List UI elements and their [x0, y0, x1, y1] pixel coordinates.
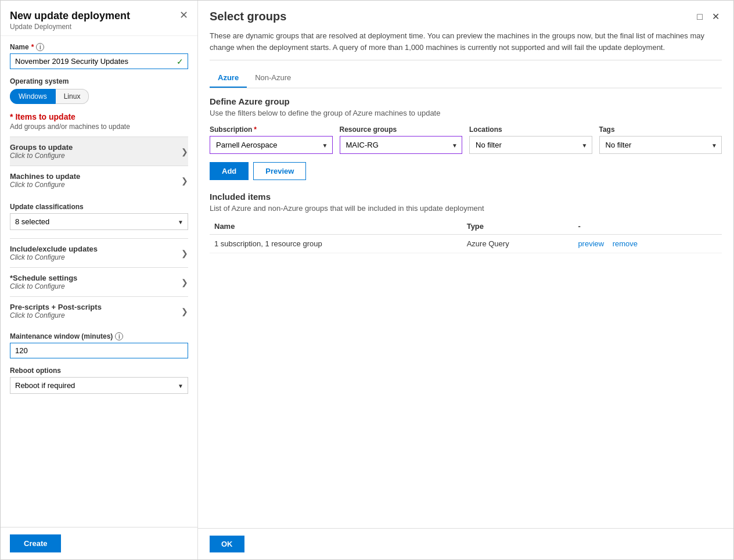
table-row: 1 subscription, 1 resource group Azure Q… [210, 235, 722, 253]
define-title: Define Azure group [210, 96, 722, 106]
ok-button[interactable]: OK [210, 536, 244, 552]
col-dash-header: - [573, 218, 722, 235]
reboot-group: Reboot options Reboot if required Never … [10, 367, 188, 394]
machines-to-update-item[interactable]: Machines to update Click to Configure ❯ [10, 166, 188, 195]
locations-select[interactable]: No filter [469, 136, 592, 154]
resource-groups-select[interactable]: MAIC-RG [340, 136, 463, 154]
items-subtitle: Add groups and/or machines to update [10, 123, 188, 131]
locations-label: Locations [469, 125, 592, 134]
panel-subtitle: Update Deployment [10, 23, 71, 31]
subscription-select[interactable]: Parnell Aerospace [210, 136, 333, 154]
resource-groups-dropdown-wrapper: MAIC-RG ▼ [340, 136, 463, 154]
maintenance-info-icon[interactable]: i [115, 332, 123, 340]
col-type-header: Type [462, 218, 574, 235]
name-input-wrapper: ✓ [10, 53, 188, 69]
right-footer: OK [198, 528, 733, 559]
left-panel: New update deployment Update Deployment … [1, 1, 198, 559]
tab-nonazure[interactable]: Non-Azure [247, 69, 299, 88]
reboot-label: Reboot options [10, 367, 188, 375]
maintenance-input-wrapper [10, 343, 188, 358]
name-label: Name * i [10, 43, 188, 51]
included-title: Included items [210, 192, 722, 202]
include-exclude-subtitle: Click to Configure [10, 253, 98, 261]
classifications-select[interactable]: 8 selected [10, 213, 188, 230]
prescripts-chevron-icon: ❯ [181, 307, 188, 316]
subscription-group: Subscription * Parnell Aerospace ▼ [210, 125, 333, 154]
right-header-actions: □ ✕ [695, 10, 722, 23]
check-mark-icon: ✓ [177, 57, 184, 66]
groups-to-update-item[interactable]: Groups to update Click to Configure ❯ [10, 137, 188, 166]
resource-groups-label: Resource groups [340, 125, 463, 134]
tab-azure[interactable]: Azure [210, 69, 247, 88]
left-content: Name * i ✓ Operating system Windows Linu… [1, 36, 197, 527]
include-exclude-chevron-icon: ❯ [181, 249, 188, 258]
row-name-cell: 1 subscription, 1 resource group [210, 235, 462, 253]
machines-chevron-icon: ❯ [181, 176, 188, 185]
os-label: Operating system [10, 77, 188, 85]
remove-link[interactable]: remove [613, 239, 638, 248]
schedule-subtitle: Click to Configure [10, 282, 77, 290]
left-header: New update deployment Update Deployment … [1, 1, 197, 36]
included-subtitle: List of Azure and non-Azure groups that … [210, 204, 722, 213]
tags-select[interactable]: No filter [599, 136, 722, 154]
included-items-section: Included items List of Azure and non-Azu… [210, 192, 722, 253]
right-panel: Select groups □ ✕ These are dynamic grou… [198, 1, 733, 559]
locations-dropdown-wrapper: No filter ▼ [469, 136, 592, 154]
name-info-icon[interactable]: i [36, 43, 44, 51]
maintenance-group: Maintenance window (minutes) i [10, 332, 188, 358]
machines-subtitle: Click to Configure [10, 181, 80, 189]
groups-subtitle: Click to Configure [10, 152, 73, 160]
schedule-title: *Schedule settings [10, 274, 77, 282]
os-linux-button[interactable]: Linux [56, 89, 89, 104]
col-name-header: Name [210, 218, 462, 235]
classifications-group: Update classifications 8 selected ▼ [10, 203, 188, 230]
reboot-select-wrapper: Reboot if required Never reboot Always r… [10, 377, 188, 394]
row-type-cell: Azure Query [462, 235, 574, 253]
tabs: Azure Non-Azure [210, 69, 722, 88]
prescripts-subtitle: Click to Configure [10, 311, 102, 320]
subscription-label: Subscription * [210, 125, 333, 134]
name-input[interactable] [10, 53, 188, 69]
add-button[interactable]: Add [210, 162, 249, 180]
tags-dropdown-wrapper: No filter ▼ [599, 136, 722, 154]
schedule-settings-item[interactable]: *Schedule settings Click to Configure ❯ [10, 267, 188, 296]
right-close-button[interactable]: ✕ [710, 10, 722, 23]
row-actions-cell: preview remove [573, 235, 722, 253]
description-text: These are dynamic groups that are resolv… [210, 30, 722, 60]
os-field-group: Operating system Windows Linux [10, 77, 188, 104]
classifications-select-wrapper: 8 selected ▼ [10, 213, 188, 230]
right-content: These are dynamic groups that are resolv… [198, 23, 733, 528]
os-toggle: Windows Linux [10, 89, 188, 104]
right-header: Select groups □ ✕ [198, 1, 733, 23]
preview-link[interactable]: preview [578, 239, 604, 248]
close-button[interactable]: ✕ [179, 10, 188, 20]
maximize-button[interactable]: □ [695, 10, 705, 23]
include-exclude-title: Include/exclude updates [10, 245, 98, 253]
os-windows-button[interactable]: Windows [10, 89, 56, 104]
panel-title: New update deployment [10, 10, 130, 22]
prescripts-title: Pre-scripts + Post-scripts [10, 303, 102, 311]
include-exclude-item[interactable]: Include/exclude updates Click to Configu… [10, 238, 188, 267]
maintenance-input[interactable] [10, 343, 188, 358]
filters-row: Subscription * Parnell Aerospace ▼ Resou… [210, 125, 722, 154]
groups-title: Groups to update [10, 143, 73, 152]
items-to-update-group: * Items to update Add groups and/or mach… [10, 112, 188, 195]
groups-chevron-icon: ❯ [181, 147, 188, 156]
prescripts-item[interactable]: Pre-scripts + Post-scripts Click to Conf… [10, 296, 188, 325]
reboot-select[interactable]: Reboot if required Never reboot Always r… [10, 377, 188, 394]
tags-group: Tags No filter ▼ [599, 125, 722, 154]
define-section: Define Azure group Use the filters below… [210, 96, 722, 180]
preview-button[interactable]: Preview [253, 162, 306, 180]
machines-title: Machines to update [10, 172, 80, 181]
locations-group: Locations No filter ▼ [469, 125, 592, 154]
left-header-text: New update deployment Update Deployment [10, 10, 130, 31]
tags-label: Tags [599, 125, 722, 134]
action-buttons: Add Preview [210, 162, 722, 180]
name-field-group: Name * i ✓ [10, 43, 188, 69]
maintenance-label: Maintenance window (minutes) i [10, 332, 188, 340]
classifications-label: Update classifications [10, 203, 188, 211]
included-items-table: Name Type - 1 subscription, 1 resource g… [210, 218, 722, 253]
resource-groups-group: Resource groups MAIC-RG ▼ [340, 125, 463, 154]
schedule-chevron-icon: ❯ [181, 278, 188, 287]
create-button[interactable]: Create [10, 534, 61, 552]
